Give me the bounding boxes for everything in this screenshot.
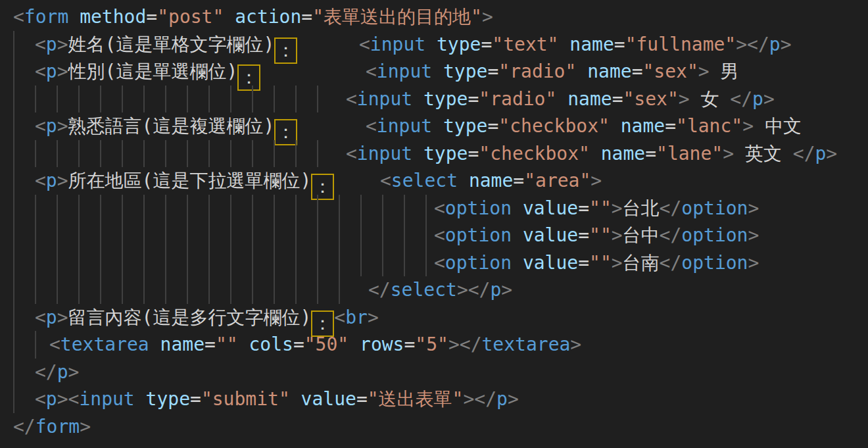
code-token: < [13, 6, 24, 28]
code-token: option [681, 252, 748, 274]
code-token: 熟悉語言(這是複選欄位) [68, 115, 275, 137]
code-token: = [468, 143, 479, 164]
code-token: name [569, 34, 614, 55]
code-token: = [612, 88, 623, 110]
code-token: 台南 [623, 252, 660, 274]
code-token: < [346, 143, 357, 164]
code-line[interactable]: <p>性別(這是單選欄位)：<input type="radio" name="… [0, 58, 868, 86]
code-line[interactable]: <input type="checkbox" name="lane"> 英文 <… [0, 140, 868, 168]
code-token: </ [660, 252, 682, 274]
code-token: > [742, 115, 754, 137]
code-line[interactable]: <p>姓名(這是單格文字欄位)：<input type="text" name=… [0, 31, 868, 59]
indent-guides [13, 31, 14, 59]
code-token [432, 115, 443, 137]
code-token: ></ [457, 279, 491, 301]
code-segment: </select></p> [368, 276, 512, 304]
code-line[interactable]: <input type="radio" name="sex"> 女 </p> [0, 86, 868, 113]
code-token: 女 [690, 88, 731, 110]
code-line[interactable]: </p> [0, 359, 868, 386]
code-token: 男 [710, 61, 739, 82]
code-token: "送出表單" [368, 388, 464, 410]
code-line[interactable]: <option value="">台北</option> [0, 195, 868, 222]
code-token: = [632, 61, 643, 82]
code-token: = [487, 115, 498, 137]
code-token: ></ [463, 388, 496, 410]
code-line[interactable]: <option value="">台南</option> [0, 249, 868, 277]
code-token: type [423, 143, 468, 164]
code-line[interactable]: <p>所在地區(這是下拉選單欄位)：<select name="area"> [0, 167, 868, 195]
code-token: < [346, 88, 357, 110]
code-token: p [815, 143, 827, 164]
code-token: = [301, 6, 312, 28]
code-token [238, 334, 249, 355]
indent-guides [13, 195, 427, 222]
code-token: "sex" [623, 88, 678, 110]
code-segment: <option value="">台南</option> [434, 249, 759, 277]
code-token: > [80, 416, 91, 437]
code-token [412, 88, 423, 110]
code-token: > [612, 252, 623, 274]
indent-guides [13, 112, 14, 140]
code-token: select [391, 279, 457, 301]
code-token: < [49, 334, 60, 355]
code-token: </ [13, 416, 36, 437]
code-token: textarea [60, 334, 149, 355]
code-token [558, 34, 569, 55]
code-token [458, 170, 469, 191]
code-token: p [46, 170, 57, 191]
code-token: > [501, 279, 512, 301]
code-token: < [359, 34, 370, 55]
code-token: = [578, 197, 589, 219]
code-line[interactable]: <p>熟悉語言(這是複選欄位)：<input type="checkbox" n… [0, 112, 868, 140]
code-line[interactable]: <textarea name="" cols="50" rows="5"></t… [0, 331, 868, 359]
code-token: "5" [415, 334, 448, 355]
code-token: select [391, 170, 458, 191]
code-token: > [781, 34, 792, 55]
code-token: p [46, 34, 57, 55]
code-segment: <option value="">台北</option> [434, 195, 759, 222]
code-line[interactable]: <option value="">台中</option> [0, 222, 868, 249]
code-token: < [434, 197, 445, 219]
code-token: > [368, 307, 379, 328]
code-token: ></ [736, 34, 769, 55]
code-token: > [482, 6, 493, 28]
code-token: form [36, 416, 80, 437]
code-token [432, 61, 443, 82]
code-token: p [496, 388, 508, 410]
code-token: = [578, 252, 589, 274]
code-token: </ [368, 279, 391, 301]
code-token: action [235, 6, 301, 28]
code-token: option [681, 224, 748, 246]
code-token: = [665, 115, 676, 137]
code-token: input [377, 115, 432, 137]
code-editor[interactable]: <form method="post" action="表單送出的目的地"><p… [0, 0, 868, 448]
code-token: < [366, 61, 377, 82]
code-token: = [487, 61, 498, 82]
code-token: > [57, 34, 68, 55]
code-token: > [748, 252, 759, 274]
code-token: = [293, 334, 304, 355]
code-token: "表單送出的目的地" [312, 6, 482, 28]
code-token: = [645, 143, 656, 164]
code-token: "50" [304, 334, 349, 355]
code-line[interactable]: <form method="post" action="表單送出的目的地"> [0, 3, 868, 31]
indent-guides [13, 386, 14, 413]
code-token [224, 6, 235, 28]
code-token: = [146, 6, 157, 28]
code-line[interactable]: </select></p> [0, 276, 868, 304]
code-token: value [523, 224, 578, 246]
code-token: > [748, 224, 759, 246]
code-token: name [601, 143, 645, 164]
code-token: input [377, 61, 432, 82]
code-token: form [24, 6, 68, 28]
code-token: "checkbox" [498, 115, 610, 137]
code-line[interactable]: <p>留言內容(這是多行文字欄位)：<br> [0, 304, 868, 332]
code-line[interactable]: <p><input type="submit" value="送出表單"></p… [0, 386, 868, 413]
indent-guides [13, 249, 427, 277]
code-token: "area" [524, 170, 591, 191]
code-token: 姓名(這是單格文字欄位) [68, 34, 275, 55]
code-token: < [35, 34, 46, 55]
code-line[interactable]: </form> [0, 413, 868, 441]
code-token: = [614, 34, 625, 55]
code-token: textarea [482, 334, 571, 355]
